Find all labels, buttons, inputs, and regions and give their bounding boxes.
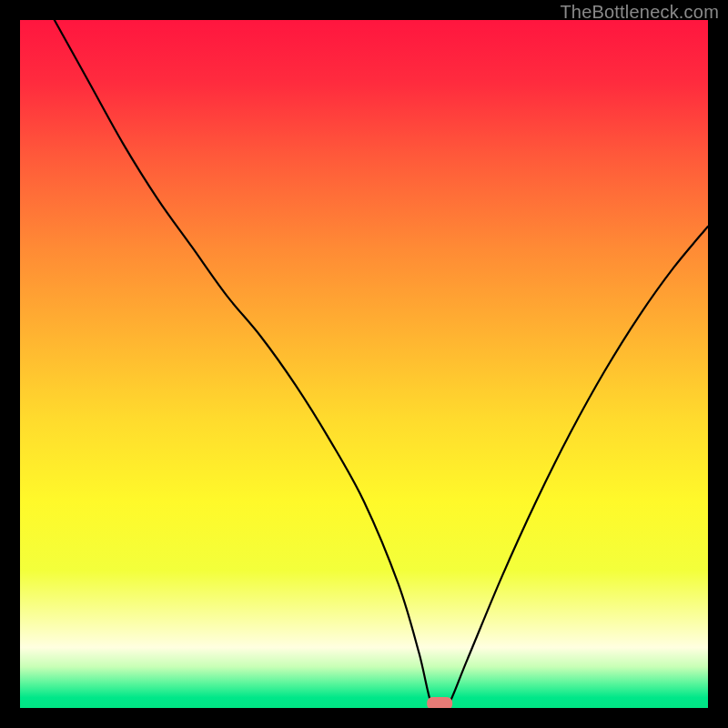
gradient-background	[20, 20, 708, 708]
bottleneck-chart	[20, 20, 708, 708]
optimum-marker	[427, 697, 452, 708]
chart-frame: TheBottleneck.com	[0, 0, 728, 728]
